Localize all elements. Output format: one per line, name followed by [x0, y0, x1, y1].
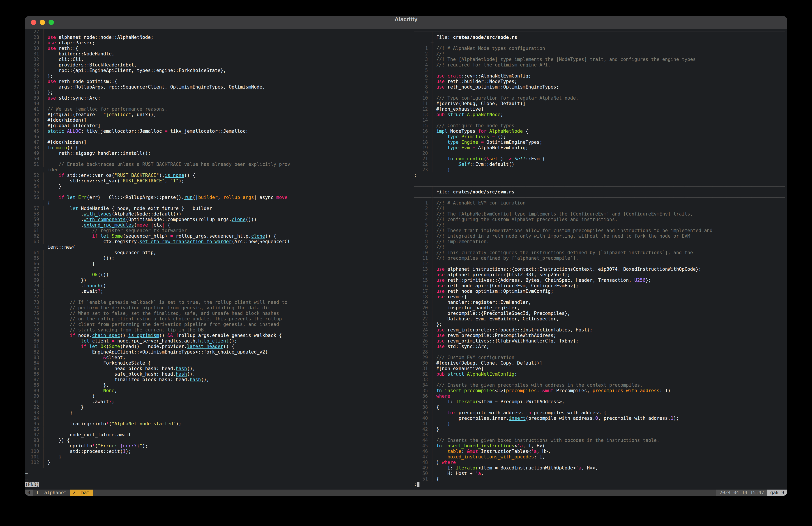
pane-top-right-node-rs[interactable]: ──────┬─────────────────────────────────… [414, 29, 787, 178]
pane-bottom-right-evm-rs[interactable]: ──────┬─────────────────────────────────… [414, 184, 787, 487]
tmux-window-tab-bat[interactable]: 2 bat [70, 489, 93, 496]
tmux-status-bar: 0 1 alphanet 2 bat 2024-04-14 15:47 gak-… [25, 489, 787, 496]
desktop: Alacritty 27 │ 28 │ use alphanet_node::n… [0, 0, 812, 526]
window-title: Alacritty [25, 16, 787, 29]
tmux-vertical-border-inactive[interactable] [411, 29, 411, 181]
status-hostname: gak-9 [767, 489, 787, 496]
terminal-cursor [417, 482, 420, 487]
tmux-session-badge[interactable]: 0 [25, 489, 33, 496]
tmux-window-tab-alphanet[interactable]: 1 alphanet [33, 489, 70, 496]
tmux-horizontal-divider[interactable] [411, 181, 787, 181]
window-titlebar[interactable]: Alacritty [25, 16, 787, 29]
file-path: crates/node/src/evm.rs [453, 189, 514, 195]
pane-left-main-rs-pager[interactable]: 27 │ 28 │ use alphanet_node::node::Alpha… [25, 29, 410, 487]
status-clock: 2024-04-14 15:47 [716, 489, 767, 496]
tmux-vertical-border-active[interactable] [411, 181, 411, 489]
file-path: crates/node/src/node.rs [453, 35, 517, 40]
alacritty-window: Alacritty 27 │ 28 │ use alphanet_node::n… [25, 16, 787, 496]
status-bar-spacer [93, 489, 716, 496]
terminal-content[interactable]: 27 │ 28 │ use alphanet_node::node::Alpha… [25, 29, 787, 496]
